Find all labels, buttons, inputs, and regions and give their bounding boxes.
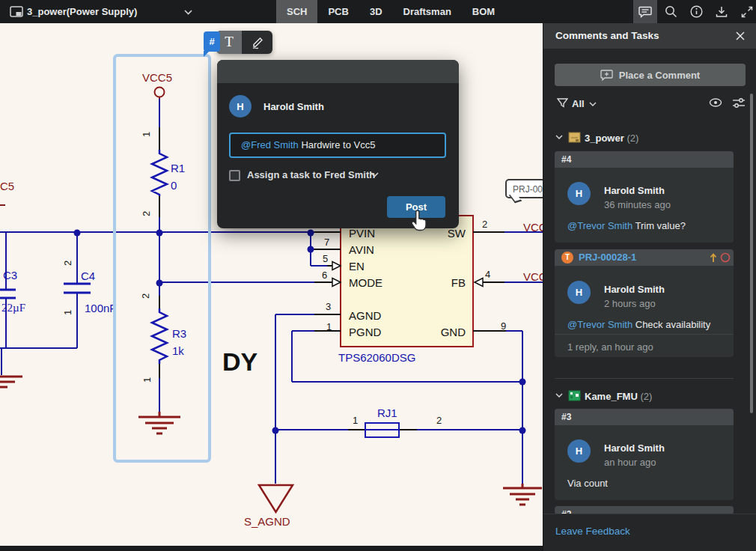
place-comment-icon bbox=[600, 70, 613, 81]
group-collapse-chevron[interactable] bbox=[555, 135, 563, 139]
power-port-label-clipped: C5 bbox=[0, 180, 14, 192]
chip-pin-avin: AVIN bbox=[349, 243, 374, 256]
comment-author: Harold Smith bbox=[604, 284, 665, 295]
rj1-pin1-number: 1 bbox=[353, 415, 358, 426]
pin-number-sw: 2 bbox=[482, 219, 487, 230]
chevron-down-icon[interactable] bbox=[371, 172, 379, 177]
comment-card[interactable]: #3 H Harold Smith an hour ago Via count bbox=[555, 409, 734, 500]
draw-tool-button[interactable] bbox=[242, 31, 272, 54]
annotation-toolbar: T bbox=[216, 31, 272, 54]
chip-name[interactable]: TPS62060DSG bbox=[338, 351, 415, 364]
avatar: H bbox=[567, 439, 591, 463]
task-card-header[interactable]: T PRJ-00028-1 bbox=[555, 249, 734, 266]
search-icon bbox=[665, 5, 677, 18]
divider bbox=[555, 334, 734, 335]
pcb-icon bbox=[568, 390, 581, 401]
document-chevron-icon[interactable] bbox=[184, 10, 192, 15]
chip-pin-pvin: PVIN bbox=[349, 227, 375, 240]
panel-title: Comments and Tasks bbox=[555, 23, 659, 49]
avatar: H bbox=[567, 281, 591, 304]
comment-highlight-region[interactable] bbox=[113, 54, 211, 463]
chip-pin-gnd: GND bbox=[404, 326, 466, 338]
schematic-text-dy: DY bbox=[222, 347, 257, 377]
comment-pin-badge[interactable]: # bbox=[204, 31, 220, 52]
filter-icon[interactable] bbox=[557, 98, 568, 109]
pin-number-agnd: 3 bbox=[326, 301, 331, 312]
comment-time: an hour ago bbox=[604, 457, 656, 468]
info-button[interactable] bbox=[684, 0, 708, 23]
comments-panel: Comments and Tasks Place a Comment All bbox=[543, 23, 756, 551]
comment-card-header[interactable]: #3 bbox=[555, 409, 734, 425]
replies-link[interactable]: 1 reply, an hour ago bbox=[567, 341, 653, 353]
priority-icon bbox=[710, 253, 717, 263]
comment-text: Via count bbox=[567, 478, 608, 489]
close-icon[interactable] bbox=[736, 31, 745, 40]
assign-task-label: Assign a task to Fred Smith bbox=[247, 169, 375, 180]
top-bar-actions bbox=[633, 0, 756, 23]
chip-pin-fb: FB bbox=[404, 276, 466, 289]
panel-header: Comments and Tasks bbox=[543, 23, 756, 49]
filter-chevron-icon[interactable] bbox=[589, 102, 597, 106]
avatar: H bbox=[229, 95, 252, 118]
dialog-drag-handle[interactable] bbox=[217, 60, 459, 83]
download-button[interactable] bbox=[710, 0, 734, 23]
group-collapse-chevron[interactable] bbox=[555, 393, 563, 398]
c4-value[interactable]: 100nF bbox=[85, 302, 117, 314]
pencil-icon bbox=[250, 35, 265, 50]
comments-panel-button[interactable] bbox=[633, 0, 657, 23]
c3-designator[interactable]: C3 bbox=[3, 269, 17, 281]
task-link[interactable]: PRJ-00028-1 bbox=[579, 249, 636, 266]
group-name[interactable]: 3_power (2) bbox=[585, 133, 638, 144]
hand-cursor-icon bbox=[409, 210, 429, 233]
comment-text: @Trevor Smith Trim value? bbox=[567, 220, 686, 231]
pin-number-fb: 4 bbox=[485, 269, 490, 280]
comment-card[interactable]: #4 H Harold Smith 36 minutes ago @Trevor… bbox=[555, 151, 734, 243]
c4-pin2-number: 2 bbox=[62, 261, 73, 266]
rj1-designator[interactable]: RJ1 bbox=[377, 407, 397, 419]
comment-time: 2 hours ago bbox=[604, 298, 656, 309]
document-icon[interactable] bbox=[10, 6, 23, 18]
pin-number-pgnd: 1 bbox=[326, 321, 332, 332]
task-card[interactable]: T PRJ-00028-1 H Harold Smith 2 hours ago… bbox=[555, 249, 734, 357]
filter-settings-icon[interactable] bbox=[732, 97, 746, 109]
search-button[interactable] bbox=[659, 0, 683, 23]
chip-pin-mode: MODE bbox=[349, 276, 382, 289]
comment-input[interactable]: @Fred Smith Hardwire to Vcc5 bbox=[229, 133, 446, 158]
chip-pin-pgnd: PGND bbox=[349, 326, 381, 338]
place-comment-label: Place a Comment bbox=[619, 70, 700, 81]
assign-task-checkbox[interactable] bbox=[229, 170, 240, 181]
visibility-toggle[interactable] bbox=[709, 97, 722, 108]
document-title[interactable]: 3_power(Power Supply) bbox=[27, 0, 137, 23]
status-circle-icon bbox=[720, 252, 731, 263]
fullscreen-button[interactable] bbox=[735, 0, 756, 23]
pin-number-avin: 7 bbox=[324, 237, 329, 248]
new-comment-dialog: H Harold Smith @Fred Smith Hardwire to V… bbox=[217, 60, 459, 228]
text-tool-button[interactable]: T bbox=[216, 31, 242, 54]
tab-pcb[interactable]: PCB bbox=[317, 0, 359, 23]
tab-draftsman[interactable]: Draftsman bbox=[393, 0, 462, 23]
tab-3d[interactable]: 3D bbox=[359, 0, 393, 23]
leave-feedback-link[interactable]: Leave Feedback bbox=[555, 526, 630, 537]
avatar: H bbox=[567, 182, 591, 205]
task-tag-marker[interactable]: PRJ-00 bbox=[505, 179, 546, 198]
comment-card-header[interactable]: #4 bbox=[555, 151, 734, 168]
top-bar: 3_power(Power Supply) SCH PCB 3D Draftsm… bbox=[0, 0, 756, 23]
app-window: VCC5 C5 R1 0 1 2 C3 22µF C4 100nF 2 1 R3… bbox=[0, 0, 756, 551]
comment-time: 36 minutes ago bbox=[604, 199, 671, 210]
place-comment-button[interactable]: Place a Comment bbox=[555, 64, 746, 86]
tab-bom[interactable]: BOM bbox=[462, 0, 505, 23]
rj1-pin2-number: 2 bbox=[436, 415, 442, 426]
pin-number-gnd: 9 bbox=[501, 320, 506, 332]
panel-scrollbar[interactable] bbox=[750, 94, 753, 413]
pin-number-en: 5 bbox=[323, 253, 328, 264]
comment-author: Harold Smith bbox=[604, 442, 665, 454]
mention-chip: @Fred Smith bbox=[241, 139, 299, 150]
filter-dropdown[interactable]: All bbox=[572, 98, 585, 109]
comment-author: Harold Smith bbox=[604, 185, 665, 196]
group-name[interactable]: Kame_FMU (2) bbox=[585, 391, 652, 402]
task-icon: T bbox=[561, 252, 573, 264]
tab-sch[interactable]: SCH bbox=[276, 0, 317, 23]
c3-value[interactable]: 22µF bbox=[1, 302, 25, 314]
info-icon bbox=[690, 5, 703, 18]
c4-designator[interactable]: C4 bbox=[81, 270, 95, 282]
